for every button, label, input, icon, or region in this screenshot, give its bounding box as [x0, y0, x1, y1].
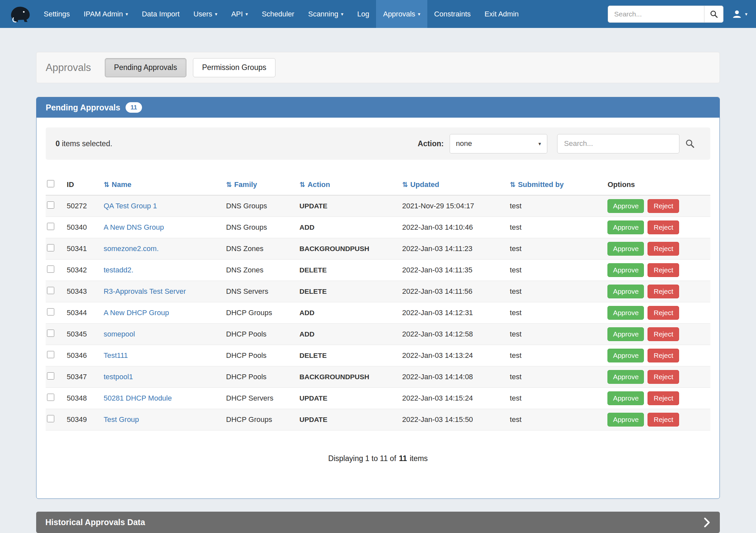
row-name-link[interactable]: Test Group: [103, 415, 139, 424]
row-checkbox[interactable]: [47, 223, 54, 230]
reject-button[interactable]: Reject: [648, 306, 679, 320]
row-checkbox[interactable]: [47, 308, 54, 315]
row-checkbox[interactable]: [47, 330, 54, 337]
reject-button[interactable]: Reject: [648, 263, 679, 277]
column-header-name[interactable]: ⇅Name: [100, 174, 223, 195]
caret-down-icon: ▾: [246, 11, 248, 17]
approve-button[interactable]: Approve: [608, 370, 644, 384]
action-select-value: none: [456, 139, 472, 148]
caret-down-icon: ▾: [215, 11, 218, 17]
sort-icon: ⇅: [402, 181, 408, 188]
column-header-options: Options: [604, 174, 710, 195]
column-header-family[interactable]: ⇅Family: [223, 174, 296, 195]
select-all-checkbox[interactable]: [47, 180, 54, 187]
nav-item-constraints[interactable]: Constraints: [427, 0, 477, 28]
user-menu[interactable]: ▾: [732, 9, 747, 19]
reject-button[interactable]: Reject: [648, 327, 679, 341]
reject-button[interactable]: Reject: [648, 284, 679, 298]
row-name-link[interactable]: testadd2.: [103, 266, 133, 274]
reject-button[interactable]: Reject: [648, 413, 679, 427]
column-header-submitted-by[interactable]: ⇅Submitted by: [506, 174, 604, 195]
row-checkbox[interactable]: [47, 415, 54, 422]
reject-button[interactable]: Reject: [648, 221, 679, 234]
tab-permission-groups[interactable]: Permission Groups: [193, 58, 276, 77]
historical-approvals-bar[interactable]: Historical Approvals Data: [36, 512, 720, 533]
column-header-action[interactable]: ⇅Action: [296, 174, 399, 195]
nav-item-scanning[interactable]: Scanning▾: [301, 0, 350, 28]
column-header-updated[interactable]: ⇅Updated: [399, 174, 506, 195]
table-row: 50341 somezone2.com. DNS Zones BACKGROUN…: [46, 238, 710, 260]
row-checkbox[interactable]: [47, 372, 54, 380]
phpipam-logo[interactable]: [6, 0, 34, 28]
row-name-link[interactable]: A New DHCP Group: [103, 308, 169, 317]
navbar-search-input[interactable]: [608, 6, 704, 22]
row-action-type: DELETE: [296, 345, 399, 366]
reject-button[interactable]: Reject: [648, 391, 679, 405]
approve-button[interactable]: Approve: [608, 306, 644, 320]
row-name-link[interactable]: QA Test Group 1: [103, 202, 157, 210]
row-family: DNS Zones: [223, 238, 296, 260]
reject-button[interactable]: Reject: [648, 349, 679, 362]
row-id: 50340: [64, 217, 100, 238]
nav-item-scheduler[interactable]: Scheduler: [255, 0, 301, 28]
nav-item-data-import[interactable]: Data Import: [135, 0, 186, 28]
approve-button[interactable]: Approve: [608, 263, 644, 277]
reject-button[interactable]: Reject: [648, 370, 679, 384]
nav-item-exit-admin[interactable]: Exit Admin: [477, 0, 526, 28]
historical-approvals-title: Historical Approvals Data: [45, 518, 145, 527]
row-submitted-by: test: [506, 345, 604, 366]
approve-button[interactable]: Approve: [608, 199, 644, 213]
row-name-link[interactable]: testpool1: [103, 373, 133, 381]
nav-item-log[interactable]: Log: [350, 0, 376, 28]
approve-button[interactable]: Approve: [608, 221, 644, 234]
row-name-link[interactable]: A New DNS Group: [103, 223, 164, 231]
nav-menu: Settings IPAM Admin▾ Data Import Users▾ …: [37, 0, 526, 28]
table-search-button[interactable]: [679, 134, 700, 153]
table-search-input[interactable]: [557, 134, 679, 153]
approve-button[interactable]: Approve: [608, 327, 644, 341]
row-id: 50349: [64, 409, 100, 431]
approve-button[interactable]: Approve: [608, 349, 644, 362]
row-checkbox[interactable]: [47, 287, 54, 294]
row-checkbox[interactable]: [47, 244, 54, 252]
nav-item-users[interactable]: Users▾: [186, 0, 224, 28]
nav-item-ipam-admin[interactable]: IPAM Admin▾: [77, 0, 135, 28]
row-family: DHCP Servers: [223, 388, 296, 409]
approve-button[interactable]: Approve: [608, 242, 644, 256]
table-pagination-summary: Displaying 1 to 11 of 11 items: [46, 454, 710, 498]
row-action-type: DELETE: [296, 281, 399, 302]
row-family: DHCP Groups: [223, 409, 296, 431]
row-name-link[interactable]: somepool: [103, 330, 135, 338]
row-updated: 2022-Jan-03 14:14:08: [399, 366, 506, 388]
approve-button[interactable]: Approve: [608, 391, 644, 405]
user-icon: [732, 9, 742, 19]
row-family: DHCP Pools: [223, 345, 296, 366]
approve-button[interactable]: Approve: [608, 413, 644, 427]
row-family: DHCP Groups: [223, 302, 296, 324]
navbar-search-button[interactable]: [704, 6, 723, 22]
row-name-link[interactable]: 50281 DHCP Module: [103, 394, 172, 402]
row-checkbox[interactable]: [47, 351, 54, 358]
approve-button[interactable]: Approve: [608, 284, 644, 298]
tab-pending-approvals[interactable]: Pending Approvals: [105, 58, 186, 77]
row-name-link[interactable]: somezone2.com.: [103, 245, 159, 253]
action-label: Action:: [418, 139, 444, 148]
reject-button[interactable]: Reject: [648, 242, 679, 256]
row-checkbox[interactable]: [47, 266, 54, 273]
reject-button[interactable]: Reject: [648, 199, 679, 213]
pending-approvals-panel: Pending Approvals 11 0 items selected. A…: [36, 97, 720, 499]
nav-item-settings[interactable]: Settings: [37, 0, 77, 28]
row-action-type: BACKGROUNDPUSH: [296, 238, 399, 260]
row-name-link[interactable]: R3-Approvals Test Server: [103, 287, 186, 295]
caret-down-icon: ▾: [538, 141, 541, 147]
sort-icon: ⇅: [103, 181, 109, 188]
row-checkbox[interactable]: [47, 201, 54, 209]
pending-approvals-table: ID ⇅Name ⇅Family ⇅Action ⇅Updated ⇅Submi…: [46, 174, 710, 431]
row-updated: 2022-Jan-03 14:15:24: [399, 388, 506, 409]
sort-icon: ⇅: [299, 181, 305, 188]
nav-item-approvals[interactable]: Approvals▾: [376, 0, 427, 28]
action-select[interactable]: none ▾: [450, 134, 547, 153]
row-name-link[interactable]: Test111: [103, 351, 128, 360]
nav-item-api[interactable]: API▾: [224, 0, 255, 28]
row-checkbox[interactable]: [47, 394, 54, 401]
